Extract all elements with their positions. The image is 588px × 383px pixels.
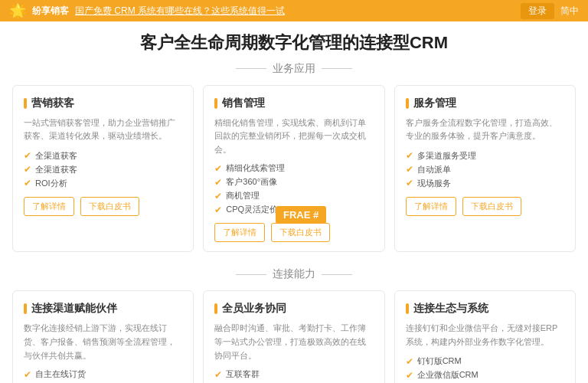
- check-icon: ✔: [214, 177, 222, 188]
- top-bar: 🌟 纷享销客 国产免费 CRM 系统有哪些在线？这些系统值得一试 登录 简中: [0, 0, 588, 21]
- list-item: ✔多渠道服务受理: [406, 150, 564, 162]
- card-marketing-desc: 一站式营销获客管理，助力企业营销推广获客、渠道转化效果，驱动业绩增长。: [24, 116, 182, 144]
- card-collab: 全员业务协同 融合即时沟通、审批、考勤打卡、工作簿等一站式办公管理，打造极致高效…: [203, 290, 384, 383]
- card-collab-title: 全员业务协同: [214, 302, 373, 316]
- check-icon: ✔: [24, 369, 31, 380]
- check-icon: ✔: [214, 205, 222, 215]
- headline-link[interactable]: 国产免费 CRM 系统有哪些在线？这些系统值得一试: [75, 5, 285, 18]
- list-item: ✔CPQ灵活定价: [214, 204, 373, 215]
- section-heading-biz: 业务应用: [0, 62, 588, 76]
- check-icon: ✔: [24, 178, 31, 188]
- list-item: ✔全渠道获客: [24, 150, 182, 162]
- card-ecosystem-features: ✔钉钉版CRM ✔企业微信版CRM ✔ERP无缝对接: [406, 355, 564, 383]
- title-bar-icon: [24, 98, 27, 109]
- check-icon: ✔: [406, 178, 413, 188]
- card-service-desc: 客户服务全流程数字化管理，打造高效、专业的服务体验，提升客户满意度。: [406, 116, 564, 144]
- card-ecosystem-desc: 连接钉钉和企业微信平台，无缝对接ERP系统，构建内外部业务作数字化管理。: [406, 322, 564, 349]
- card-channel-features: ✔自主在线订货 ✔营销活动与费用核销 ✔渠道培训测额: [24, 368, 182, 383]
- list-item: ✔钉钉版CRM: [406, 355, 564, 367]
- check-icon: ✔: [214, 163, 222, 174]
- card-collab-desc: 融合即时沟通、审批、考勤打卡、工作簿等一站式办公管理，打造极致高效的在线协同平台…: [214, 322, 373, 362]
- top-bar-right: 登录 简中: [521, 3, 579, 19]
- language-switcher[interactable]: 简中: [560, 5, 579, 18]
- list-item: ✔ROI分析: [24, 178, 182, 189]
- card-collab-features: ✔互联客群 ✔OA与CRM互通 ✔社交化工作圈: [214, 368, 373, 383]
- card-service: 服务管理 客户服务全流程数字化管理，打造高效、专业的服务体验，提升客户满意度。 …: [394, 85, 576, 253]
- brand-logo: 🌟: [9, 2, 26, 19]
- card-ecosystem-title: 连接生态与系统: [406, 302, 564, 316]
- title-bar-icon: [406, 303, 409, 314]
- title-bar-icon: [406, 98, 409, 109]
- check-icon: ✔: [406, 150, 413, 161]
- download-whitepaper-button[interactable]: 下载白皮书: [271, 223, 330, 242]
- download-whitepaper-button[interactable]: 下载白皮书: [462, 197, 521, 216]
- biz-cards-grid: 营销获客 一站式营销获客管理，助力企业营销推广获客、渠道转化效果，驱动业绩增长。…: [0, 85, 588, 264]
- card-marketing-title: 营销获客: [24, 97, 182, 110]
- brand-name: 纷享销客: [32, 5, 69, 18]
- list-item: ✔自主在线订货: [24, 368, 182, 380]
- learn-more-button[interactable]: 了解详情: [24, 197, 74, 216]
- check-icon: ✔: [406, 356, 413, 367]
- check-icon: ✔: [24, 150, 31, 161]
- card-sales-title: 销售管理: [214, 97, 373, 110]
- learn-more-button[interactable]: 了解详情: [406, 197, 456, 216]
- download-whitepaper-button[interactable]: 下载白皮书: [80, 197, 139, 216]
- card-service-title: 服务管理: [406, 97, 564, 110]
- list-item: ✔互联客群: [214, 368, 373, 380]
- card-service-features: ✔多渠道服务受理 ✔自动派单 ✔现场服务: [406, 150, 564, 189]
- card-sales-features: ✔精细化线索管理 ✔客户360°画像 ✔商机管理 ✔CPQ灵活定价: [214, 162, 373, 215]
- learn-more-button[interactable]: 了解详情: [214, 223, 265, 242]
- check-icon: ✔: [406, 370, 413, 381]
- card-ecosystem: 连接生态与系统 连接钉钉和企业微信平台，无缝对接ERP系统，构建内外部业务作数字…: [394, 290, 576, 383]
- list-item: ✔自动派单: [406, 164, 564, 175]
- title-bar-icon: [214, 303, 217, 314]
- title-bar-icon: [214, 98, 217, 109]
- card-sales-desc: 精细化销售管理，实现线索、商机到订单回款的完整业销闭环，把握每一次成交机会。: [214, 116, 373, 157]
- check-icon: ✔: [214, 369, 222, 380]
- list-item: ✔商机管理: [214, 190, 373, 201]
- card-marketing-features: ✔全渠道获客 ✔全渠道获客 ✔ROI分析: [24, 150, 182, 189]
- card-channel: 连接渠道赋能伙伴 数字化连接经销上游下游，实现在线订货、客户报备、销售预测等全流…: [12, 290, 194, 383]
- list-item: ✔现场服务: [406, 178, 564, 189]
- card-sales-actions: 了解详情 下载白皮书: [214, 223, 373, 242]
- card-channel-title: 连接渠道赋能伙伴: [24, 302, 182, 316]
- list-item: ✔全渠道获客: [24, 164, 182, 175]
- section-heading-connect: 连接能力: [0, 267, 588, 281]
- card-marketing-actions: 了解详情 下载白皮书: [24, 197, 182, 216]
- card-sales: 销售管理 精细化销售管理，实现线索、商机到订单回款的完整业销闭环，把握每一次成交…: [203, 85, 384, 253]
- list-item: ✔客户360°画像: [214, 176, 373, 188]
- card-service-actions: 了解详情 下载白皮书: [406, 197, 564, 216]
- card-channel-desc: 数字化连接经销上游下游，实现在线订货、客户报备、销售预测等全流程管理，与伙伴共创…: [24, 322, 182, 362]
- login-button[interactable]: 登录: [521, 3, 554, 19]
- list-item: ✔精细化线索管理: [214, 162, 373, 174]
- check-icon: ✔: [406, 164, 413, 175]
- list-item: ✔企业微信版CRM: [406, 369, 564, 381]
- connect-cards-grid: 连接渠道赋能伙伴 数字化连接经销上游下游，实现在线订货、客户报备、销售预测等全流…: [0, 290, 588, 383]
- check-icon: ✔: [24, 164, 31, 175]
- page-title: 客户全生命周期数字化管理的连接型CRM: [0, 21, 588, 57]
- title-bar-icon: [24, 303, 27, 314]
- check-icon: ✔: [214, 191, 222, 201]
- card-marketing: 营销获客 一站式营销获客管理，助力企业营销推广获客、渠道转化效果，驱动业绩增长。…: [12, 85, 194, 253]
